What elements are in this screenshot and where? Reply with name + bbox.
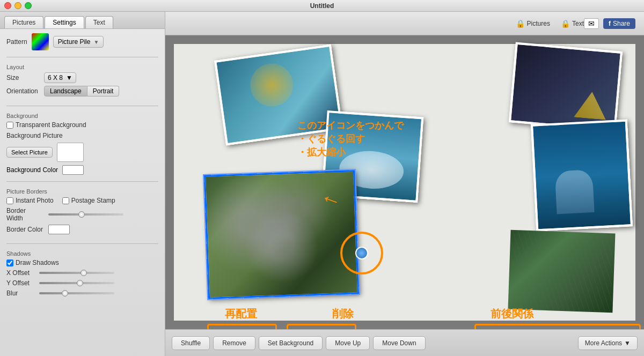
main-layout: Pictures Settings Text Pattern Picture P…: [0, 12, 644, 356]
y-offset-label: Y Offset: [6, 279, 36, 287]
maximize-button[interactable]: [25, 2, 32, 9]
slider-thumb: [77, 280, 83, 286]
size-label: Size: [6, 74, 44, 81]
minimize-button[interactable]: [14, 2, 21, 9]
x-offset-row: X Offset: [6, 269, 158, 277]
content-area: Pictures Settings Text Pattern Picture P…: [0, 12, 644, 356]
instant-photo-label[interactable]: Instant Photo: [6, 197, 54, 204]
slider-thumb: [62, 290, 68, 296]
instant-photo-checkbox[interactable]: [6, 197, 13, 204]
text-toolbar-item[interactable]: 🔒 Text: [561, 19, 584, 28]
bg-picture-row: Background Picture: [6, 132, 158, 139]
postage-stamp-label[interactable]: Postage Stamp: [62, 197, 115, 204]
annotation-instructions: このアイコンをつかんで ・ぐるぐる回す ・拡大縮小: [297, 119, 404, 160]
picture-borders-section: Picture Borders Instant Photo Postage St…: [0, 184, 165, 241]
set-background-button[interactable]: Set Background: [259, 336, 323, 350]
pattern-row: Pattern Picture Pile ▼: [0, 29, 165, 55]
share-button[interactable]: f Share: [603, 18, 635, 29]
slider-thumb: [80, 270, 87, 276]
size-value: 6 X 8: [48, 74, 63, 81]
select-picture-button[interactable]: Select Picture: [6, 147, 53, 158]
tab-pictures[interactable]: Pictures: [4, 16, 43, 28]
border-checkboxes-row: Instant Photo Postage Stamp: [6, 197, 158, 204]
close-button[interactable]: [4, 2, 11, 9]
rearrange-label: 再配置: [225, 307, 257, 321]
layout-section: Layout Size 6 X 8 ▼ Orientation Landscap…: [0, 60, 165, 103]
x-offset-slider[interactable]: [39, 272, 114, 274]
email-button[interactable]: ✉: [584, 18, 599, 29]
toolbar: 🔒 Pictures 🔒 Text ✉ f Share: [165, 12, 644, 35]
slider-thumb: [78, 211, 85, 218]
border-width-label: Border Width: [6, 207, 44, 222]
window-controls: [4, 2, 32, 9]
landscape-button[interactable]: Landscape: [44, 86, 87, 97]
picture-borders-label: Picture Borders: [6, 188, 158, 195]
border-width-row: Border Width: [6, 207, 158, 222]
bg-color-swatch[interactable]: [62, 165, 84, 175]
pattern-icon: [32, 33, 49, 50]
draw-shadows-label[interactable]: Draw Shadows: [6, 259, 59, 266]
border-color-row: Border Color: [6, 225, 158, 234]
bg-picture-label: Background Picture: [6, 132, 63, 139]
toolbar-right: ✉ f Share: [584, 18, 635, 29]
photo-pine[interactable]: [508, 230, 615, 313]
draw-shadows-row: Draw Shadows: [6, 259, 158, 266]
email-icon: ✉: [588, 19, 595, 28]
pattern-value: Picture Pile: [58, 38, 91, 46]
move-down-button[interactable]: Move Down: [373, 336, 425, 350]
lock-icon: 🔒: [516, 19, 525, 28]
transparent-row: Transparent Background: [6, 121, 158, 129]
move-up-button[interactable]: Move Up: [326, 336, 370, 350]
transparent-checkbox[interactable]: [6, 122, 13, 129]
tab-settings[interactable]: Settings: [45, 16, 84, 28]
border-color-swatch[interactable]: [48, 225, 70, 234]
pattern-dropdown[interactable]: Picture Pile ▼: [53, 36, 104, 48]
window-title: Untitled: [310, 2, 334, 10]
sidebar: Pictures Settings Text Pattern Picture P…: [0, 12, 165, 356]
size-dropdown[interactable]: 6 X 8 ▼: [44, 72, 76, 83]
shuffle-button[interactable]: Shuffle: [172, 336, 210, 350]
photo-diver[interactable]: [531, 119, 633, 231]
layout-label: Layout: [6, 64, 158, 70]
border-width-slider[interactable]: [48, 213, 123, 216]
background-label: Background: [6, 113, 158, 119]
photo-shark[interactable]: [509, 42, 623, 132]
zorder-label: 前後関係: [491, 307, 533, 321]
zorder-box: [474, 324, 641, 329]
more-actions-button[interactable]: More Actions ▼: [578, 336, 638, 350]
pattern-label: Pattern: [6, 38, 27, 46]
blur-label: Blur: [6, 290, 36, 297]
y-offset-slider[interactable]: [39, 282, 114, 284]
draw-shadows-checkbox[interactable]: [6, 259, 13, 266]
tab-bar: Pictures Settings Text: [0, 12, 165, 29]
bg-picture-preview: [57, 143, 84, 162]
border-color-label: Border Color: [6, 226, 44, 233]
postage-stamp-checkbox[interactable]: [62, 197, 69, 204]
portrait-button[interactable]: Portrait: [87, 86, 120, 97]
x-offset-label: X Offset: [6, 269, 36, 277]
size-row: Size 6 X 8 ▼: [6, 72, 158, 83]
chevron-down-icon: ▼: [624, 339, 631, 347]
pictures-toolbar-label: Pictures: [527, 20, 550, 27]
canvas-area: このアイコンをつかんで ・ぐるぐる回す ・拡大縮小 ↓ 再配置 削除: [165, 35, 644, 329]
bg-color-row: Background Color: [6, 165, 158, 175]
blur-row: Blur: [6, 290, 158, 297]
canvas-background: このアイコンをつかんで ・ぐるぐる回す ・拡大縮小 ↓ 再配置 削除: [174, 44, 635, 321]
facebook-icon: f: [609, 20, 611, 27]
delete-label: 削除: [332, 307, 354, 321]
orientation-row: Orientation Landscape Portrait: [6, 86, 158, 97]
transparent-checkbox-label[interactable]: Transparent Background: [6, 121, 86, 129]
titlebar: Untitled: [0, 0, 644, 12]
blur-slider[interactable]: [39, 292, 114, 294]
chevron-down-icon: ▼: [93, 39, 99, 45]
shadows-label: Shadows: [6, 250, 158, 257]
background-section: Background Transparent Background Backgr…: [0, 108, 165, 179]
remove-button[interactable]: Remove: [213, 336, 255, 350]
bg-color-label: Background Color: [6, 166, 58, 174]
y-offset-row: Y Offset: [6, 279, 158, 287]
main-content: 🔒 Pictures 🔒 Text ✉ f Share: [165, 12, 644, 356]
photo-flowers-selected[interactable]: [204, 170, 359, 299]
tab-text[interactable]: Text: [85, 16, 113, 28]
rearrange-box: [207, 324, 277, 329]
pictures-toolbar-item[interactable]: 🔒 Pictures: [516, 19, 550, 28]
